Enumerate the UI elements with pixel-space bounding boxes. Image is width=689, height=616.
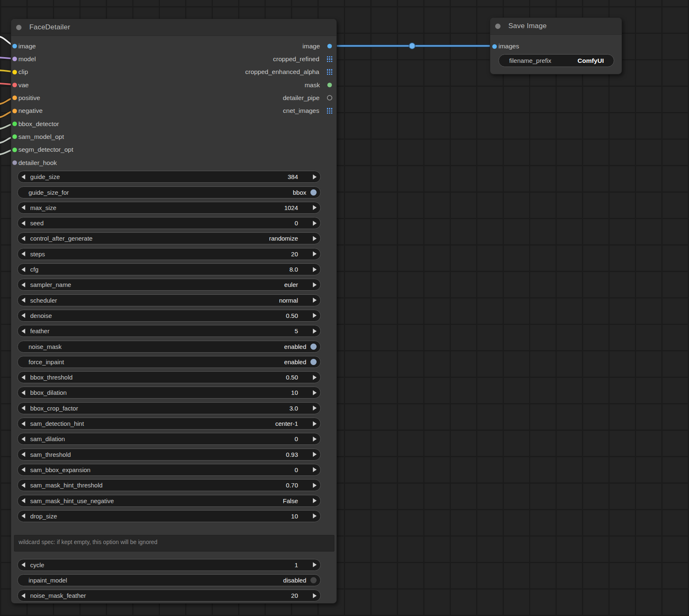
increment-arrow-icon[interactable] bbox=[313, 267, 317, 272]
increment-arrow-icon[interactable] bbox=[313, 205, 317, 210]
widget-drop_size[interactable]: drop_size10 bbox=[17, 510, 321, 522]
node-collapse-button[interactable] bbox=[16, 25, 21, 30]
output-port-cropped_enhanced_alpha[interactable] bbox=[327, 69, 333, 75]
increment-arrow-icon[interactable] bbox=[313, 236, 317, 241]
widget-scheduler[interactable]: schedulernormal bbox=[17, 294, 321, 306]
toggle-dot-icon[interactable] bbox=[310, 359, 317, 365]
widget-sam_detection_hint[interactable]: sam_detection_hintcenter-1 bbox=[17, 418, 321, 430]
increment-arrow-icon[interactable] bbox=[313, 375, 317, 380]
output-label-cropped_refined: cropped_refined bbox=[273, 55, 319, 63]
increment-arrow-icon[interactable] bbox=[313, 562, 317, 567]
toggle-dot-icon[interactable] bbox=[310, 344, 317, 350]
decrement-arrow-icon[interactable] bbox=[21, 236, 25, 241]
increment-arrow-icon[interactable] bbox=[313, 221, 317, 226]
increment-arrow-icon[interactable] bbox=[313, 329, 317, 334]
decrement-arrow-icon[interactable] bbox=[21, 593, 25, 598]
widget-noise_mask[interactable]: noise_maskenabled bbox=[17, 341, 321, 353]
decrement-arrow-icon[interactable] bbox=[21, 313, 25, 318]
widget-sam_dilation[interactable]: sam_dilation0 bbox=[17, 433, 321, 445]
input-port-segm_detector_opt[interactable] bbox=[12, 148, 17, 152]
widget-value: 1 bbox=[295, 561, 298, 568]
widget-sam_mask_hint_threshold[interactable]: sam_mask_hint_threshold0.70 bbox=[17, 479, 321, 491]
widget-sam_bbox_expansion[interactable]: sam_bbox_expansion0 bbox=[17, 464, 321, 476]
increment-arrow-icon[interactable] bbox=[313, 483, 317, 488]
increment-arrow-icon[interactable] bbox=[313, 174, 317, 179]
decrement-arrow-icon[interactable] bbox=[21, 467, 25, 472]
decrement-arrow-icon[interactable] bbox=[21, 513, 25, 518]
output-port-cnet_images[interactable] bbox=[327, 108, 333, 114]
increment-arrow-icon[interactable] bbox=[313, 421, 317, 426]
increment-arrow-icon[interactable] bbox=[313, 313, 317, 318]
increment-arrow-icon[interactable] bbox=[313, 437, 317, 442]
increment-arrow-icon[interactable] bbox=[313, 513, 317, 518]
widget-value: 10 bbox=[291, 513, 298, 520]
input-port-sam_model_opt[interactable] bbox=[12, 134, 17, 139]
decrement-arrow-icon[interactable] bbox=[21, 205, 25, 210]
increment-arrow-icon[interactable] bbox=[313, 251, 317, 256]
input-port-bbox_detector[interactable] bbox=[12, 122, 17, 126]
widget-bbox_threshold[interactable]: bbox_threshold0.50 bbox=[17, 371, 321, 383]
widget-bbox_crop_factor[interactable]: bbox_crop_factor3.0 bbox=[17, 402, 321, 414]
increment-arrow-icon[interactable] bbox=[313, 467, 317, 472]
decrement-arrow-icon[interactable] bbox=[21, 498, 25, 503]
decrement-arrow-icon[interactable] bbox=[21, 452, 25, 457]
widget-noise_mask_feather[interactable]: noise_mask_feather20 bbox=[17, 590, 321, 602]
increment-arrow-icon[interactable] bbox=[313, 452, 317, 457]
decrement-arrow-icon[interactable] bbox=[21, 421, 25, 426]
widget-bbox_dilation[interactable]: bbox_dilation10 bbox=[17, 387, 321, 399]
output-port-image[interactable] bbox=[327, 44, 332, 48]
facedetailer-header[interactable]: FaceDetailer bbox=[11, 19, 336, 36]
node-save-image[interactable]: Save Image images filename_prefixComfyUI bbox=[490, 17, 622, 74]
decrement-arrow-icon[interactable] bbox=[21, 562, 25, 567]
input-port-images[interactable] bbox=[492, 44, 497, 49]
wildcard-textarea[interactable]: wildcard spec: if kept empty, this optio… bbox=[14, 535, 334, 552]
decrement-arrow-icon[interactable] bbox=[21, 221, 25, 226]
increment-arrow-icon[interactable] bbox=[313, 282, 317, 287]
link-midpoint-dot[interactable] bbox=[409, 43, 415, 49]
widget-max_size[interactable]: max_size1024 bbox=[17, 202, 321, 214]
widget-sam_mask_hint_use_negative[interactable]: sam_mask_hint_use_negativeFalse bbox=[17, 495, 321, 507]
widget-feather[interactable]: feather5 bbox=[17, 325, 321, 337]
widget-filename_prefix[interactable]: filename_prefixComfyUI bbox=[498, 54, 614, 67]
increment-arrow-icon[interactable] bbox=[313, 298, 317, 303]
decrement-arrow-icon[interactable] bbox=[21, 251, 25, 256]
decrement-arrow-icon[interactable] bbox=[21, 406, 25, 411]
widget-guide_size_for[interactable]: guide_size_forbbox bbox=[17, 186, 321, 198]
decrement-arrow-icon[interactable] bbox=[21, 282, 25, 287]
widget-cfg[interactable]: cfg8.0 bbox=[17, 263, 321, 275]
output-label-detailer_pipe: detailer_pipe bbox=[283, 94, 319, 102]
decrement-arrow-icon[interactable] bbox=[21, 437, 25, 442]
widget-sam_threshold[interactable]: sam_threshold0.93 bbox=[17, 449, 321, 461]
widget-control_after_generate[interactable]: control_after_generaterandomize bbox=[17, 232, 321, 244]
widget-cycle[interactable]: cycle1 bbox=[17, 559, 321, 571]
node-graph-canvas[interactable]: FaceDetailer imagemodelclipvaepositivene… bbox=[0, 0, 689, 616]
node-collapse-button[interactable] bbox=[495, 24, 501, 29]
toggle-dot-icon[interactable] bbox=[310, 189, 317, 196]
widget-sampler_name[interactable]: sampler_nameeuler bbox=[17, 279, 321, 291]
decrement-arrow-icon[interactable] bbox=[21, 174, 25, 179]
node-facedetailer[interactable]: FaceDetailer imagemodelclipvaepositivene… bbox=[11, 19, 337, 604]
widget-value: enabled bbox=[284, 358, 306, 365]
input-port-detailer_hook[interactable] bbox=[12, 160, 17, 165]
decrement-arrow-icon[interactable] bbox=[21, 483, 25, 488]
widget-steps[interactable]: steps20 bbox=[17, 248, 321, 260]
widget-inpaint_model[interactable]: inpaint_modeldisabled bbox=[17, 574, 321, 586]
widget-denoise[interactable]: denoise0.50 bbox=[17, 310, 321, 322]
decrement-arrow-icon[interactable] bbox=[21, 375, 25, 380]
output-port-cropped_refined[interactable] bbox=[327, 56, 333, 62]
decrement-arrow-icon[interactable] bbox=[21, 390, 25, 395]
decrement-arrow-icon[interactable] bbox=[21, 329, 25, 334]
widget-guide_size[interactable]: guide_size384 bbox=[17, 171, 321, 183]
decrement-arrow-icon[interactable] bbox=[21, 298, 25, 303]
increment-arrow-icon[interactable] bbox=[313, 498, 317, 503]
save-image-header[interactable]: Save Image bbox=[490, 18, 622, 35]
output-port-detailer_pipe[interactable] bbox=[327, 95, 332, 100]
output-port-mask[interactable] bbox=[327, 83, 332, 87]
widget-force_inpaint[interactable]: force_inpaintenabled bbox=[17, 356, 321, 368]
toggle-dot-icon[interactable] bbox=[310, 577, 317, 583]
increment-arrow-icon[interactable] bbox=[313, 390, 317, 395]
increment-arrow-icon[interactable] bbox=[313, 593, 317, 598]
decrement-arrow-icon[interactable] bbox=[21, 267, 25, 272]
increment-arrow-icon[interactable] bbox=[313, 406, 317, 411]
widget-seed[interactable]: seed0 bbox=[17, 217, 321, 229]
